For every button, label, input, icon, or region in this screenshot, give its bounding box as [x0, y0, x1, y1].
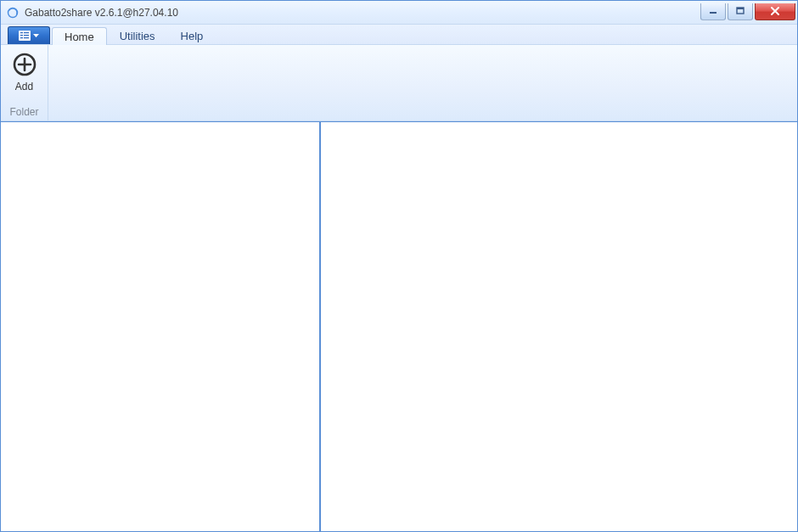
- ribbon: Add Folder: [1, 45, 797, 121]
- minimize-button[interactable]: [700, 3, 726, 20]
- tab-label: Utilities: [120, 30, 155, 42]
- tab-utilities[interactable]: Utilities: [107, 26, 168, 44]
- app-menu-button[interactable]: [8, 26, 50, 44]
- window-controls: [699, 3, 795, 20]
- close-icon: [770, 6, 780, 16]
- maximize-icon: [736, 7, 745, 15]
- svg-rect-10: [24, 37, 29, 38]
- ribbon-group-label: Folder: [9, 106, 38, 118]
- circle-plus-icon: [11, 51, 38, 78]
- svg-rect-7: [20, 37, 23, 38]
- window-title: Gabatto2share v2.6.1@h27.04.10: [23, 7, 699, 19]
- app-menu-icon: [19, 31, 31, 41]
- tab-help[interactable]: Help: [168, 26, 216, 44]
- app-icon: [6, 6, 20, 20]
- titlebar: Gabatto2share v2.6.1@h27.04.10: [1, 1, 797, 25]
- svg-rect-5: [20, 32, 23, 33]
- close-button[interactable]: [755, 3, 795, 20]
- add-button[interactable]: Add: [8, 49, 42, 94]
- svg-rect-1: [710, 12, 717, 14]
- maximize-button[interactable]: [728, 3, 753, 20]
- ribbon-group-folder: Add Folder: [1, 45, 48, 120]
- app-window: Gabatto2share v2.6.1@h27.04.10: [0, 0, 798, 532]
- svg-rect-6: [20, 35, 23, 36]
- svg-rect-9: [24, 35, 29, 36]
- chevron-down-icon: [33, 34, 39, 38]
- tab-home[interactable]: Home: [52, 27, 107, 45]
- left-pane[interactable]: [1, 122, 321, 531]
- svg-rect-8: [24, 32, 29, 33]
- tab-label: Help: [181, 30, 204, 42]
- add-button-label: Add: [15, 81, 33, 92]
- svg-rect-3: [737, 8, 744, 9]
- right-pane[interactable]: [321, 122, 797, 531]
- minimize-icon: [709, 7, 717, 15]
- tabs-row: Home Utilities Help: [1, 25, 797, 45]
- tab-label: Home: [65, 31, 94, 43]
- content-area: [1, 121, 797, 531]
